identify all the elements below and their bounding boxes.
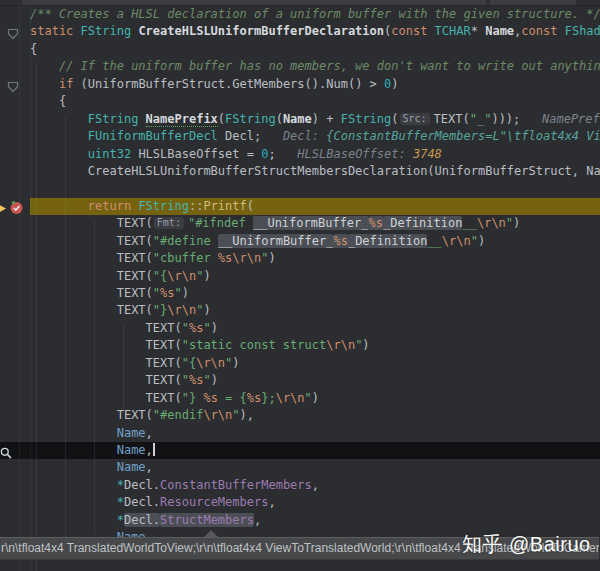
code-line[interactable]: {	[30, 93, 600, 110]
gutter[interactable]	[0, 407, 30, 424]
gutter[interactable]	[0, 459, 30, 476]
inlay-hint-chip: Src:	[400, 113, 430, 125]
code-line[interactable]: TEXT("#endif\r\n"),	[30, 407, 600, 424]
code-token: Name	[30, 460, 146, 474]
code-token: TEXT(	[30, 286, 153, 300]
code-line[interactable]: Name,	[30, 425, 600, 442]
editor-row: TEXT("#endif\r\n"),	[0, 407, 600, 424]
code-token: "	[232, 408, 239, 422]
gutter[interactable]	[0, 111, 30, 128]
gutter[interactable]	[0, 372, 30, 389]
gutter[interactable]	[0, 390, 30, 407]
code-line[interactable]: FUniformBufferDecl Decl; Decl: {Constant…	[30, 128, 600, 145]
code-token: TEXT(	[30, 338, 182, 352]
code-line[interactable]: if (UniformBufferStruct.GetMembers().Num…	[30, 76, 600, 93]
editor-row: TEXT(Fmt:"#ifndef __UniformBuffer_%s_Def…	[0, 215, 600, 232]
ide-editor-window: /** Creates a HLSL declaration of a unif…	[0, 0, 600, 571]
gutter[interactable]	[0, 215, 30, 232]
gutter[interactable]	[0, 41, 30, 58]
gutter[interactable]	[0, 128, 30, 145]
code-token: FString	[81, 24, 139, 38]
code-token: )));	[491, 112, 542, 126]
code-line[interactable]: FString NamePrefix(FString(Name) + FStri…	[30, 111, 600, 128]
code-line[interactable]: uint32 HLSLBaseOffset = 0; HLSLBaseOffse…	[30, 146, 600, 163]
code-token: TEXT(	[30, 321, 182, 335]
gutter[interactable]	[0, 425, 30, 442]
code-token: "	[203, 373, 210, 387]
editor-row: TEXT("} %s = {%s};\r\n")	[0, 390, 600, 407]
gutter[interactable]	[0, 198, 30, 215]
gutter[interactable]	[0, 163, 30, 180]
code-token: "cbuffer	[153, 251, 218, 265]
code-line[interactable]: TEXT("}\r\n")	[30, 302, 600, 319]
code-token	[30, 478, 117, 492]
editor-row: TEXT("#define __UniformBuffer_%s_Definit…	[0, 233, 600, 250]
code-line[interactable]: *Decl.ConstantBufferMembers,	[30, 477, 600, 494]
gutter[interactable]	[0, 6, 30, 23]
code-token: TEXT(	[30, 251, 153, 265]
gutter[interactable]	[0, 23, 30, 40]
gutter[interactable]	[0, 512, 30, 529]
code-line[interactable]: Name,	[30, 442, 600, 459]
gutter[interactable]	[0, 302, 30, 319]
code-token: FString	[225, 112, 276, 126]
code-line[interactable]: *Decl.ResourceMembers,	[30, 494, 600, 511]
code-token: = {	[218, 391, 247, 405]
editor-row: Name,	[0, 425, 600, 442]
code-token: TEXT(	[30, 216, 153, 230]
gutter[interactable]	[0, 494, 30, 511]
code-token: )	[211, 321, 218, 335]
gutter[interactable]	[0, 250, 30, 267]
code-line[interactable]: CreateHLSLUniformBufferStructMembersDecl…	[30, 163, 600, 180]
gutter[interactable]	[0, 442, 30, 459]
editor-row: static FString CreateHLSLUniformBufferDe…	[0, 23, 600, 40]
code-editor[interactable]: /** Creates a HLSL declaration of a unif…	[0, 6, 600, 564]
code-line[interactable]: TEXT("%s")	[30, 320, 600, 337]
inline-debug-hint-label: Decl:	[283, 129, 326, 143]
code-token: *	[117, 478, 124, 492]
code-token: "	[471, 234, 478, 248]
code-token: TEXT(	[30, 356, 182, 370]
code-line[interactable]: TEXT("static const struct\r\n")	[30, 337, 600, 354]
code-token: "	[182, 321, 189, 335]
code-line[interactable]: *Decl.StructMembers,	[30, 512, 600, 529]
gutter[interactable]	[0, 477, 30, 494]
editor-row: TEXT("{\r\n")	[0, 268, 600, 285]
gutter[interactable]	[0, 233, 30, 250]
gutter[interactable]	[0, 337, 30, 354]
code-token: FString	[341, 112, 392, 126]
code-line[interactable]: TEXT("%s")	[30, 285, 600, 302]
code-token: StructMembers	[160, 513, 254, 527]
code-line[interactable]: TEXT("{\r\n")	[30, 268, 600, 285]
gutter[interactable]	[0, 76, 30, 93]
code-line[interactable]: return FString::Printf(	[30, 198, 600, 215]
code-line[interactable]: Name,	[30, 459, 600, 476]
gutter[interactable]	[0, 285, 30, 302]
gutter[interactable]	[0, 58, 30, 75]
code-token: Decl.	[124, 478, 160, 492]
inline-debug-hint-label: HLSLBaseOffset:	[297, 147, 413, 161]
code-line[interactable]: TEXT("cbuffer %s\r\n")	[30, 250, 600, 267]
code-line[interactable]: TEXT(Fmt:"#ifndef __UniformBuffer_%s_Def…	[30, 215, 600, 232]
gutter[interactable]	[0, 180, 30, 197]
code-token: static	[30, 24, 81, 38]
code-token: FString	[138, 199, 189, 213]
code-token: // If the uniform buffer has no members,…	[30, 59, 600, 73]
code-token: \r\n	[326, 338, 355, 352]
gutter[interactable]	[0, 355, 30, 372]
code-line[interactable]: // If the uniform buffer has no members,…	[30, 58, 600, 75]
code-line[interactable]: TEXT("%s")	[30, 372, 600, 389]
editor-row: uint32 HLSLBaseOffset = 0; HLSLBaseOffse…	[0, 146, 600, 163]
code-token: TEXT(	[30, 391, 182, 405]
gutter[interactable]	[0, 146, 30, 163]
gutter[interactable]	[0, 93, 30, 110]
code-line[interactable]: /** Creates a HLSL declaration of a unif…	[30, 6, 600, 23]
code-line[interactable]	[30, 180, 600, 197]
code-line[interactable]: static FString CreateHLSLUniformBufferDe…	[30, 23, 600, 40]
code-line[interactable]: TEXT("} %s = {%s};\r\n")	[30, 390, 600, 407]
gutter[interactable]	[0, 268, 30, 285]
code-line[interactable]: {	[30, 41, 600, 58]
code-line[interactable]: TEXT("{\r\n")	[30, 355, 600, 372]
code-line[interactable]: TEXT("#define __UniformBuffer_%s_Definit…	[30, 233, 600, 250]
gutter[interactable]	[0, 320, 30, 337]
